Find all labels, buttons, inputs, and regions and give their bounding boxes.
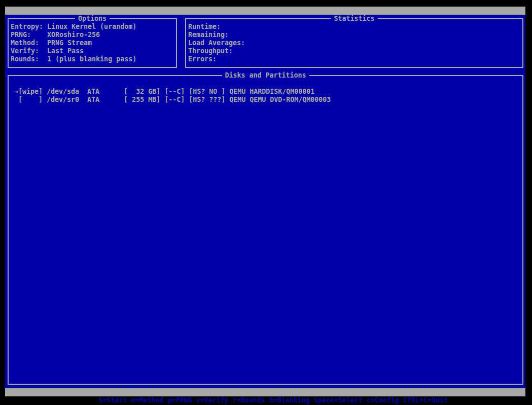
disk-health-status: [HS? NO ] [189,88,225,96]
option-label: Rounds: [11,55,47,63]
option-row-verify: Verify: Last Pass [11,47,176,55]
disk-flags: [--C] [164,88,185,96]
option-label: Entropy: [11,23,47,31]
stat-label: Throughput: [188,47,233,55]
option-row-rounds: Rounds: 1 (plus blanking pass) [11,55,176,63]
statistics-fields: Runtime: Remaining: Load Averages: Throu… [186,19,522,63]
option-value: PRNG Stream [47,39,92,47]
stat-row-load-averages: Load Averages: [188,39,522,47]
stat-label: Errors: [188,55,225,63]
disks-panel: Disks and Partitions →[wipe] /dev/sda AT… [8,75,523,385]
terminal-main-area: Options Entropy: Linux Kernel (urandom) … [5,15,525,388]
disk-bus: ATA [87,96,99,104]
terminal-screen: ShredOS v2024.02.2_26.0_x86-64_0.37 Opti… [5,7,525,396]
stat-label: Remaining: [188,31,229,39]
option-value: XORoshiro-256 [47,31,100,39]
disk-size: [ 255 MB] [124,96,160,104]
disk-model: QEMU HARDDISK/QM00001 [229,88,314,96]
option-value: 1 (plus blanking pass) [47,55,136,63]
statistics-panel-title: Statistics [331,15,377,23]
option-value: Linux Kernel (urandom) [47,23,136,31]
option-row-method: Method: PRNG Stream [11,39,176,47]
disk-selection-cell[interactable]: [ ] [14,96,43,104]
option-label: Method: [11,39,47,47]
disk-list: →[wipe] /dev/sda ATA [ 32 GB] [--C] [HS?… [9,76,522,104]
options-panel-title: Options [75,15,110,23]
option-label: Verify: [11,47,47,55]
stat-row-errors: Errors: [188,55,522,63]
disk-row-sr0[interactable]: [ ] /dev/sr0 ATA [ 255 MB] [--C] [HS? ??… [14,96,522,104]
option-label: PRNG: [11,31,47,39]
disk-model: QEMU QEMU DVD-ROM/QM00003 [229,96,331,104]
option-row-entropy: Entropy: Linux Kernel (urandom) [11,23,176,31]
disk-bus: ATA [87,88,99,96]
disks-panel-title: Disks and Partitions [222,71,309,80]
stat-label: Runtime: [188,23,225,31]
options-panel: Options Entropy: Linux Kernel (urandom) … [8,18,177,68]
stat-row-remaining: Remaining: [188,31,522,39]
stat-label: Load Averages: [188,39,245,47]
statistics-panel: Statistics Runtime: Remaining: Load Aver… [185,18,523,68]
option-row-prng: PRNG: XORoshiro-256 [11,31,176,39]
stat-row-runtime: Runtime: [188,23,522,31]
disk-device: /dev/sda [47,88,79,96]
disk-size: [ 32 GB] [124,88,160,96]
disk-selection-cell[interactable]: →[wipe] [14,88,43,96]
option-value: Last Pass [47,47,84,55]
disk-device: /dev/sr0 [47,96,79,104]
title-bar: ShredOS v2024.02.2_26.0_x86-64_0.37 [5,7,525,15]
hotkey-hints: S=Start m=Method p=PRNG v=Verify r=Round… [99,396,448,404]
disk-flags: [--C] [164,96,185,104]
disk-health-status: [HS? ???] [189,96,225,104]
disk-row-sda[interactable]: →[wipe] /dev/sda ATA [ 32 GB] [--C] [HS?… [14,88,522,96]
stat-row-throughput: Throughput: [188,47,522,55]
hotkey-bar: S=Start m=Method p=PRNG v=Verify r=Round… [5,388,525,396]
options-fields: Entropy: Linux Kernel (urandom) PRNG: XO… [9,19,176,63]
